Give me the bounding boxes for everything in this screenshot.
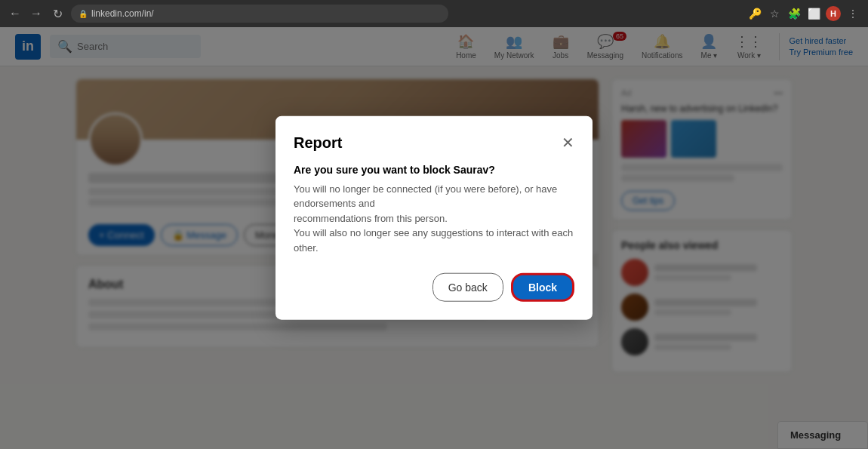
linkedin-page: in 🔍 🏠 Home 👥 My Network 💼 Jobs 💬 65 Mes… xyxy=(0,27,868,449)
bookmark-icon[interactable]: ☆ xyxy=(767,6,782,21)
go-back-button[interactable]: Go back xyxy=(432,273,503,302)
block-button[interactable]: Block xyxy=(511,273,574,302)
dialog-desc-line1: You will no longer be connected (if you … xyxy=(294,183,557,209)
report-dialog: Report ✕ Are you sure you want to block … xyxy=(275,115,593,320)
forward-nav-btn[interactable]: → xyxy=(29,6,44,21)
lock-icon: 🔒 xyxy=(78,10,88,18)
browser-actions: 🔑 ☆ 🧩 ⬜ H ⋮ xyxy=(747,6,860,21)
extensions-icon[interactable]: 🧩 xyxy=(786,6,802,21)
browser-chrome: ← → ↻ 🔒 linkedin.com/in/ 🔑 ☆ 🧩 ⬜ H ⋮ xyxy=(0,0,868,27)
dialog-desc-line3: You will also no longer see any suggesti… xyxy=(294,227,573,254)
dialog-desc-line2: recommendations from this person. xyxy=(294,212,448,223)
dialog-description: You will no longer be connected (if you … xyxy=(294,181,574,255)
dialog-body: Are you sure you want to block Saurav? Y… xyxy=(294,163,574,255)
dialog-title: Report xyxy=(294,134,342,151)
browser-profile-btn[interactable]: H xyxy=(826,6,841,21)
dialog-header: Report ✕ xyxy=(294,134,574,151)
extension-icon[interactable]: 🔑 xyxy=(747,6,762,21)
dialog-close-button[interactable]: ✕ xyxy=(562,135,574,150)
refresh-btn[interactable]: ↻ xyxy=(50,6,65,21)
address-bar[interactable]: 🔒 linkedin.com/in/ xyxy=(71,5,448,23)
sidebar-icon[interactable]: ⬜ xyxy=(806,6,821,21)
dialog-footer: Go back Block xyxy=(294,273,574,302)
dialog-question: Are you sure you want to block Saurav? xyxy=(294,163,574,175)
url-text: linkedin.com/in/ xyxy=(91,8,154,19)
back-nav-btn[interactable]: ← xyxy=(8,6,23,21)
menu-icon[interactable]: ⋮ xyxy=(845,6,860,21)
